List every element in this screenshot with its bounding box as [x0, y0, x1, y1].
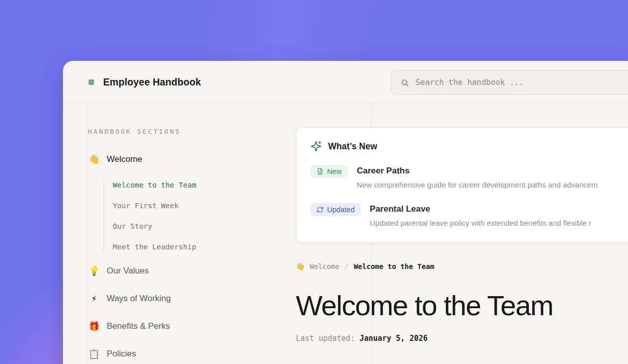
sidebar-item-ways-of-working[interactable]: ⚡ Ways of Working — [88, 293, 289, 305]
app-window: Employee Handbook HANDBOOK SECTIONS 👋 We… — [63, 61, 628, 364]
sidebar-item-label: Policies — [107, 348, 136, 360]
sidebar-item-welcome[interactable]: 👋 Welcome — [88, 153, 289, 165]
page-title: Welcome to the Team — [296, 290, 628, 322]
sidebar-item-benefits-perks[interactable]: 🎁 Benefits & Perks — [88, 320, 289, 332]
last-updated-label: Last updated: — [296, 334, 355, 343]
wave-icon: 👋 — [296, 262, 304, 271]
refresh-icon — [317, 206, 324, 213]
sidebar-item-label: Our Values — [107, 265, 149, 277]
whats-new-title: What’s New — [328, 141, 377, 152]
clipboard-icon: 📋 — [88, 348, 100, 360]
app-title: Employee Handbook — [103, 76, 201, 88]
news-item-description: Updated parental leave policy with exten… — [370, 219, 591, 227]
sidebar-item-label: Welcome — [107, 153, 142, 165]
breadcrumb: 👋 Welcome / Welcome to the Team — [296, 262, 628, 271]
breadcrumb-separator: / — [344, 262, 348, 271]
last-updated-value: January 5, 2026 — [359, 334, 427, 343]
sidebar-subitem-our-story[interactable]: Our Story — [113, 222, 289, 231]
sidebar-item-label: Ways of Working — [107, 293, 171, 305]
app-logo — [89, 79, 94, 85]
breadcrumb-parent[interactable]: Welcome — [309, 262, 339, 271]
sidebar: HANDBOOK SECTIONS 👋 Welcome Welcome to t… — [88, 104, 289, 360]
status-badge-new: New — [310, 165, 348, 178]
app-body: HANDBOOK SECTIONS 👋 Welcome Welcome to t… — [63, 104, 628, 364]
main-content: What’s New New Career Paths New comprehe… — [296, 127, 628, 343]
news-item-title: Career Paths — [357, 165, 598, 177]
news-item-text: Parental Leave Updated parental leave po… — [370, 203, 591, 227]
zap-icon: ⚡ — [88, 293, 100, 305]
sidebar-item-our-values[interactable]: 💡 Our Values — [88, 265, 289, 277]
last-updated: Last updated: January 5, 2026 — [296, 334, 628, 343]
badge-label: New — [327, 167, 342, 175]
news-item-title: Parental Leave — [370, 203, 591, 215]
sidebar-sublist-welcome: Welcome to the Team Your First Week Our … — [104, 180, 289, 252]
news-item-parental-leave[interactable]: Updated Parental Leave Updated parental … — [310, 203, 628, 227]
sidebar-section-label: HANDBOOK SECTIONS — [88, 128, 289, 135]
sidebar-item-label: Benefits & Perks — [107, 320, 170, 332]
gift-icon: 🎁 — [88, 320, 100, 332]
search-input[interactable] — [416, 78, 628, 87]
whats-new-panel: What’s New New Career Paths New comprehe… — [296, 127, 628, 243]
breadcrumb-current: Welcome to the Team — [354, 262, 434, 271]
status-badge-updated: Updated — [310, 203, 361, 216]
lightbulb-icon: 💡 — [88, 265, 100, 277]
sidebar-subitem-welcome-to-the-team[interactable]: Welcome to the Team — [113, 180, 289, 190]
file-text-icon — [317, 168, 324, 175]
search-bar[interactable] — [391, 70, 628, 95]
sidebar-subitem-your-first-week[interactable]: Your First Week — [113, 201, 289, 211]
sparkles-icon — [310, 141, 322, 152]
search-icon — [401, 78, 409, 87]
whats-new-header: What’s New — [310, 141, 628, 152]
news-item-career-paths[interactable]: New Career Paths New comprehensive guide… — [310, 165, 628, 189]
badge-label: Updated — [327, 206, 355, 214]
news-item-text: Career Paths New comprehensive guide for… — [357, 165, 598, 189]
wave-icon: 👋 — [88, 153, 100, 165]
app-header: Employee Handbook — [63, 61, 628, 104]
news-item-description: New comprehensive guide for career devel… — [357, 180, 598, 189]
sidebar-item-policies[interactable]: 📋 Policies — [88, 348, 289, 360]
sidebar-subitem-meet-the-leadership[interactable]: Meet the Leadership — [113, 242, 289, 252]
